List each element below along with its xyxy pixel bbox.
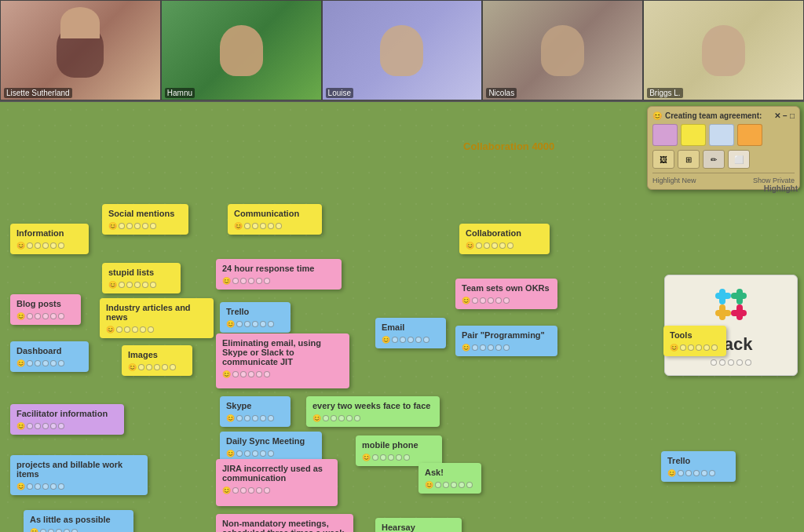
sticky-dot[interactable] bbox=[58, 423, 64, 429]
sticky-dot[interactable] bbox=[693, 470, 700, 476]
sticky-dot[interactable] bbox=[126, 282, 133, 288]
sticky-blog-posts[interactable]: Blog posts😊 bbox=[10, 294, 81, 325]
sticky-dot[interactable] bbox=[50, 360, 57, 366]
sticky-dot[interactable] bbox=[148, 326, 154, 333]
sticky-dot[interactable] bbox=[256, 371, 262, 377]
sticky-dot[interactable] bbox=[142, 282, 148, 288]
sticky-dot[interactable] bbox=[27, 360, 33, 366]
sticky-collaboration[interactable]: Collaboration😊 bbox=[459, 224, 550, 254]
panel-close[interactable]: ✕ bbox=[774, 111, 780, 120]
sticky-dot[interactable] bbox=[146, 364, 152, 370]
sticky-dot[interactable] bbox=[248, 278, 254, 284]
sticky-dot[interactable] bbox=[71, 529, 78, 532]
sticky-mobile-phone[interactable]: mobile phone😊 bbox=[356, 435, 442, 466]
sticky-ask[interactable]: Ask!😊 bbox=[418, 463, 481, 494]
sticky-dot[interactable] bbox=[443, 482, 449, 488]
sticky-dot[interactable] bbox=[488, 297, 494, 304]
sticky-dot[interactable] bbox=[132, 326, 138, 333]
tool-grid[interactable]: ⊞ bbox=[678, 150, 700, 169]
sticky-dot[interactable] bbox=[35, 360, 41, 366]
sticky-dot[interactable] bbox=[495, 297, 502, 304]
sticky-dot[interactable] bbox=[119, 282, 125, 288]
sticky-dot[interactable] bbox=[232, 371, 239, 377]
sticky-dot[interactable] bbox=[354, 415, 360, 421]
swatch-orange[interactable] bbox=[737, 124, 762, 146]
sticky-dot[interactable] bbox=[480, 344, 486, 351]
sticky-industry-articles[interactable]: Industry articles and news😊 bbox=[100, 298, 214, 338]
sticky-dot[interactable] bbox=[119, 223, 125, 229]
sticky-dot[interactable] bbox=[680, 344, 686, 351]
sticky-dot[interactable] bbox=[678, 470, 684, 476]
sticky-dot[interactable] bbox=[124, 326, 130, 333]
sticky-dot[interactable] bbox=[323, 415, 329, 421]
sticky-dot[interactable] bbox=[248, 487, 254, 494]
sticky-dot[interactable] bbox=[170, 364, 176, 370]
panel-minimize[interactable]: − bbox=[783, 111, 788, 120]
sticky-dot[interactable] bbox=[256, 487, 262, 494]
sticky-dot[interactable] bbox=[48, 529, 54, 532]
sticky-dashboard[interactable]: Dashboard😊 bbox=[10, 341, 89, 372]
sticky-dot[interactable] bbox=[435, 482, 441, 488]
sticky-dot[interactable] bbox=[35, 483, 41, 490]
sticky-dot[interactable] bbox=[459, 482, 465, 488]
sticky-dot[interactable] bbox=[268, 415, 274, 421]
sticky-dot[interactable] bbox=[488, 344, 494, 351]
sticky-dot[interactable] bbox=[140, 326, 146, 333]
sticky-dot[interactable] bbox=[380, 454, 386, 461]
sticky-dot[interactable] bbox=[244, 321, 250, 327]
sticky-dot[interactable] bbox=[260, 223, 266, 229]
sticky-dot[interactable] bbox=[27, 423, 33, 429]
sticky-dot[interactable] bbox=[264, 278, 270, 284]
sticky-dot[interactable] bbox=[50, 242, 57, 249]
sticky-dot[interactable] bbox=[134, 223, 141, 229]
sticky-dot[interactable] bbox=[56, 529, 62, 532]
sticky-dot[interactable] bbox=[709, 470, 715, 476]
private-label[interactable]: Show Private bbox=[753, 177, 795, 184]
sticky-as-little-as-possible[interactable]: As little as possible😊 bbox=[24, 510, 133, 532]
sticky-dot[interactable] bbox=[142, 223, 148, 229]
sticky-every-two-weeks[interactable]: every two weeks face to face😊 bbox=[306, 396, 440, 427]
sticky-dot[interactable] bbox=[260, 450, 266, 457]
sticky-dot[interactable] bbox=[276, 223, 282, 229]
sticky-dot[interactable] bbox=[42, 313, 49, 319]
sticky-dot[interactable] bbox=[35, 313, 41, 319]
sticky-dot[interactable] bbox=[260, 415, 266, 421]
sticky-team-sets-okrs[interactable]: Team sets own OKRs😊 bbox=[455, 279, 557, 309]
sticky-dot[interactable] bbox=[372, 454, 378, 461]
sticky-dot[interactable] bbox=[492, 242, 498, 249]
swatch-purple[interactable] bbox=[652, 124, 678, 146]
tool-draw[interactable]: ✏ bbox=[703, 150, 725, 169]
sticky-dot[interactable] bbox=[688, 344, 694, 351]
sticky-dot[interactable] bbox=[150, 282, 156, 288]
sticky-dot[interactable] bbox=[466, 482, 473, 488]
sticky-dot[interactable] bbox=[472, 297, 478, 304]
sticky-dot[interactable] bbox=[50, 313, 57, 319]
sticky-information[interactable]: Information😊 bbox=[10, 224, 89, 254]
sticky-dot[interactable] bbox=[685, 470, 692, 476]
sticky-dot[interactable] bbox=[244, 450, 250, 457]
sticky-dot[interactable] bbox=[58, 483, 64, 490]
sticky-dot[interactable] bbox=[27, 483, 33, 490]
sticky-dot[interactable] bbox=[50, 483, 57, 490]
sticky-dot[interactable] bbox=[404, 454, 410, 461]
sticky-projects-billable[interactable]: projects and billable work items😊 bbox=[10, 455, 148, 495]
sticky-stupid-lists[interactable]: stupid lists😊 bbox=[102, 263, 181, 293]
sticky-dot[interactable] bbox=[331, 415, 337, 421]
sticky-dot[interactable] bbox=[415, 337, 422, 343]
sticky-trello-note[interactable]: Trello😊 bbox=[220, 302, 291, 333]
sticky-dot[interactable] bbox=[27, 313, 33, 319]
sticky-dot[interactable] bbox=[240, 371, 247, 377]
sticky-dot[interactable] bbox=[236, 450, 243, 457]
sticky-dot[interactable] bbox=[240, 278, 247, 284]
sticky-dot[interactable] bbox=[50, 423, 57, 429]
sticky-dot[interactable] bbox=[696, 344, 702, 351]
sticky-dot[interactable] bbox=[264, 487, 270, 494]
sticky-hearsay[interactable]: Hearsay😊 bbox=[375, 518, 462, 532]
sticky-dot[interactable] bbox=[711, 344, 718, 351]
sticky-dot[interactable] bbox=[264, 371, 270, 377]
sticky-dot[interactable] bbox=[338, 415, 345, 421]
sticky-dot[interactable] bbox=[154, 364, 160, 370]
sticky-dot[interactable] bbox=[42, 483, 49, 490]
sticky-dot[interactable] bbox=[240, 487, 247, 494]
swatch-blue[interactable] bbox=[709, 124, 734, 146]
